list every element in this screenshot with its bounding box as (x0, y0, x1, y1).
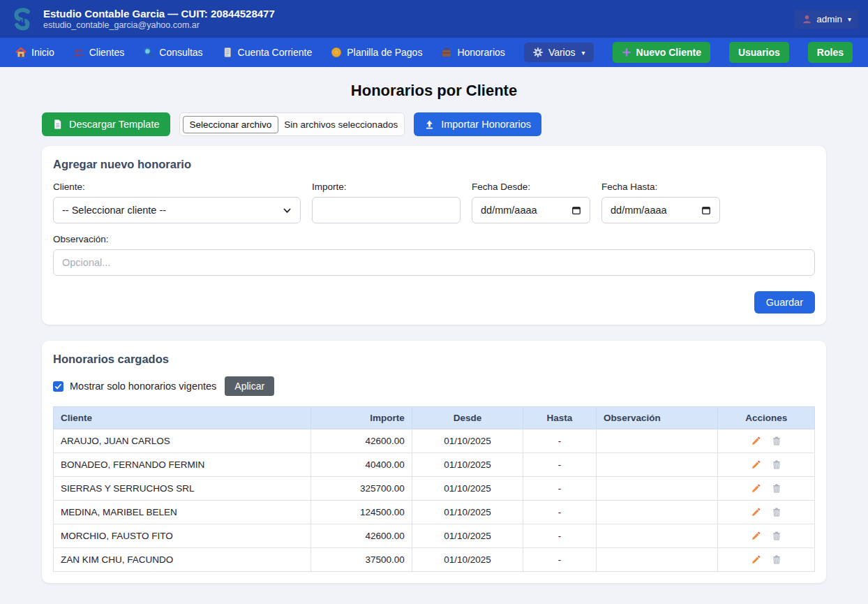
coin-icon (331, 47, 342, 58)
file-status-text: Sin archivos seleccionados (284, 119, 398, 130)
calendar-icon (701, 205, 711, 215)
edit-button[interactable] (751, 459, 761, 470)
cell-desde: 01/10/2025 (412, 548, 523, 572)
fees-table: Cliente Importe Desde Hasta Observación … (53, 406, 815, 572)
client-select[interactable]: -- Seleccionar cliente -- (53, 197, 301, 223)
amount-input[interactable] (312, 197, 461, 223)
edit-button[interactable] (751, 554, 761, 565)
delete-button[interactable] (772, 436, 781, 446)
pencil-icon (751, 483, 761, 494)
delete-button[interactable] (772, 483, 781, 494)
gear-icon (532, 47, 544, 58)
roles-button[interactable]: Roles (808, 42, 853, 63)
apply-filter-button[interactable]: Aplicar (225, 376, 274, 396)
caret-down-icon: ▾ (582, 49, 585, 57)
delete-button[interactable] (772, 531, 781, 541)
cell-cliente: ZAN KIM CHU, FACUNDO (54, 548, 311, 572)
button-label: Descargar Template (69, 119, 160, 130)
date-from-label: Fecha Desde: (472, 182, 590, 192)
observation-input[interactable] (53, 249, 815, 276)
cell-importe: 37500.00 (310, 548, 412, 572)
cell-desde: 01/10/2025 (412, 429, 523, 453)
new-client-button[interactable]: Nuevo Cliente (613, 42, 710, 63)
nav-label: Clientes (89, 47, 125, 58)
cell-importe: 124500.00 (310, 501, 412, 524)
col-acciones: Acciones (718, 407, 815, 429)
nav-item-honorarios[interactable]: Honorarios (441, 47, 504, 58)
pencil-icon (751, 436, 761, 446)
home-icon (15, 47, 27, 58)
button-label: Usuarios (738, 47, 780, 58)
col-hasta: Hasta (523, 407, 597, 429)
nav-label: Cuenta Corriente (238, 47, 313, 58)
plus-icon (622, 47, 631, 57)
cell-importe: 325700.00 (310, 477, 412, 501)
cell-cliente: MEDINA, MARIBEL BELEN (54, 501, 311, 524)
user-icon (802, 14, 812, 24)
nav-item-inicio[interactable]: Inicio (15, 47, 54, 58)
date-from-value: dd/mm/aaaa (481, 205, 537, 216)
pencil-icon (751, 507, 761, 517)
trash-icon (772, 483, 781, 494)
cell-hasta: - (523, 477, 597, 501)
cell-observacion (596, 548, 718, 572)
save-button[interactable]: Guardar (754, 291, 815, 314)
nav-dropdown-varios[interactable]: Varios ▾ (524, 43, 594, 62)
table-row: MEDINA, MARIBEL BELEN 124500.00 01/10/20… (54, 501, 815, 524)
edit-button[interactable] (751, 507, 761, 517)
clients-icon (73, 47, 84, 58)
user-menu-button[interactable]: admin ▾ (794, 10, 859, 29)
show-current-fees-checkbox[interactable] (53, 381, 63, 392)
cell-importe: 42600.00 (310, 524, 412, 548)
date-to-label: Fecha Hasta: (601, 182, 720, 192)
cell-observacion (596, 501, 718, 524)
edit-button[interactable] (751, 531, 761, 541)
button-label: Nuevo Cliente (636, 47, 701, 58)
button-label: Importar Honorarios (441, 119, 531, 130)
table-row: MORCHIO, FAUSTO FITO 42600.00 01/10/2025… (54, 524, 815, 548)
cell-cliente: SIERRAS Y SERRUCHOS SRL (54, 477, 311, 501)
client-select-value: -- Seleccionar cliente -- (62, 205, 166, 216)
edit-button[interactable] (751, 436, 761, 446)
briefcase-icon (441, 47, 452, 58)
table-row: SIERRAS Y SERRUCHOS SRL 325700.00 01/10/… (54, 477, 815, 501)
nav-label: Consultas (159, 47, 202, 58)
download-template-button[interactable]: Descargar Template (42, 112, 170, 136)
delete-button[interactable] (772, 554, 781, 565)
add-fee-card: Agregar nuevo honorario Cliente: -- Sele… (42, 146, 826, 325)
nav-item-cuenta-corriente[interactable]: Cuenta Corriente (222, 47, 313, 58)
cell-hasta: - (523, 429, 597, 453)
table-row: BONADEO, FERNANDO FERMIN 40400.00 01/10/… (54, 453, 815, 477)
cell-desde: 01/10/2025 (412, 501, 523, 524)
pencil-icon (751, 531, 761, 541)
cell-cliente: ARAUJO, JUAN CARLOS (54, 429, 311, 453)
trash-icon (772, 507, 781, 517)
edit-button[interactable] (751, 483, 761, 494)
delete-button[interactable] (772, 459, 781, 470)
card-title: Agregar nuevo honorario (53, 158, 815, 171)
document-icon (52, 119, 63, 130)
main-nav: Inicio Clientes Consultas Cuenta Corrien… (0, 38, 868, 67)
nav-item-consultas[interactable]: Consultas (143, 47, 202, 58)
cell-cliente: MORCHIO, FAUSTO FITO (54, 524, 311, 548)
choose-file-button[interactable]: Seleccionar archivo (183, 116, 279, 133)
cell-desde: 01/10/2025 (412, 453, 523, 477)
client-label: Cliente: (53, 182, 301, 192)
date-from-input[interactable]: dd/mm/aaaa (472, 197, 590, 223)
nav-label: Inicio (31, 47, 54, 58)
page-title: Honorarios por Cliente (0, 82, 868, 100)
table-header-row: Cliente Importe Desde Hasta Observación … (54, 407, 815, 429)
table-row: ARAUJO, JUAN CARLOS 42600.00 01/10/2025 … (54, 429, 815, 453)
ledger-icon (222, 47, 233, 58)
date-to-input[interactable]: dd/mm/aaaa (601, 197, 720, 223)
cell-hasta: - (523, 524, 597, 548)
import-fees-button[interactable]: Importar Honorarios (414, 112, 541, 136)
cell-hasta: - (523, 453, 597, 477)
delete-button[interactable] (772, 507, 781, 517)
nav-item-clientes[interactable]: Clientes (73, 47, 125, 58)
nav-item-planilla-de-pagos[interactable]: Planilla de Pagos (331, 47, 422, 58)
users-button[interactable]: Usuarios (729, 42, 789, 63)
filter-label: Mostrar solo honorarios vigentes (70, 381, 216, 392)
card-title: Honorarios cargados (53, 353, 815, 366)
cell-desde: 01/10/2025 (412, 524, 523, 548)
